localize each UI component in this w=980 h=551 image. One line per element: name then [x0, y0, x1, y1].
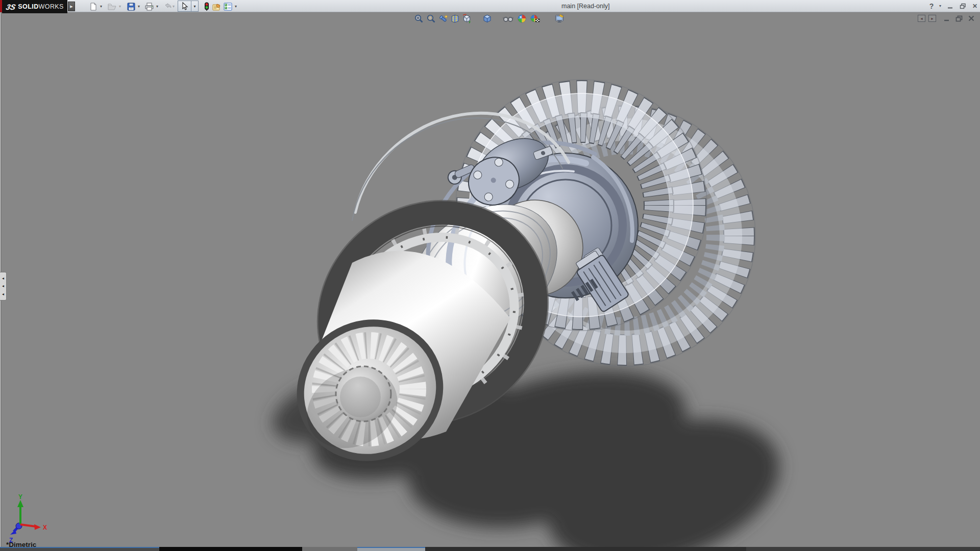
edit-appearance-button[interactable] [517, 13, 527, 24]
doc-minimize-button[interactable] [942, 14, 951, 22]
traffic-light-button[interactable] [201, 1, 212, 12]
undo-caret[interactable]: ▾ [170, 1, 177, 12]
feature-panel-splitter-tab[interactable]: ◂ ◂ ◂ [0, 272, 7, 300]
hide-show-items-button[interactable] [503, 13, 513, 24]
open-document-caret[interactable]: ▾ [117, 1, 123, 12]
view-settings-icon [555, 14, 565, 23]
x-axis [20, 524, 36, 527]
checklist-options-icon [224, 3, 232, 11]
new-document-caret[interactable]: ▾ [98, 1, 104, 12]
graphics-area[interactable] [0, 12, 980, 547]
minimize-icon [947, 3, 953, 9]
minimize-button[interactable] [945, 2, 955, 11]
windows-taskbar[interactable] [0, 547, 980, 551]
view-orientation-icon [462, 14, 472, 23]
help-caret[interactable]: ▾ [937, 1, 943, 11]
taskbar-segment[interactable] [302, 547, 357, 551]
apply-scene-icon [530, 14, 540, 23]
note-hand-button[interactable] [211, 1, 222, 12]
close-button[interactable]: ✕ [970, 2, 980, 11]
logo-text: SOLIDWORKS [18, 3, 63, 10]
checklist-options-button[interactable] [223, 1, 233, 12]
doc-minimize-icon [944, 15, 950, 21]
new-document-button[interactable] [88, 1, 99, 12]
display-style-icon [482, 14, 492, 23]
previous-view-button[interactable] [438, 13, 449, 24]
save-caret[interactable]: ▾ [136, 1, 142, 12]
zoom-to-fit-button[interactable] [413, 13, 424, 24]
select-tool-button[interactable] [178, 1, 191, 12]
apply-scene-button[interactable] [529, 13, 540, 24]
headsup-view-toolbar [413, 13, 565, 24]
pane-right-button[interactable]: ► [928, 15, 936, 22]
taskbar-segment[interactable] [425, 547, 746, 551]
select-tool-caret[interactable]: ▾ [191, 1, 199, 12]
help-button[interactable]: ? [927, 1, 936, 11]
y-axis-label: Y [18, 494, 22, 500]
taskbar-segment[interactable] [746, 547, 980, 551]
taskbar-segment[interactable] [0, 547, 159, 551]
print-caret[interactable]: ▾ [154, 1, 160, 12]
display-style-button[interactable] [482, 13, 493, 24]
hide-show-items-icon [503, 14, 513, 23]
select-cursor-icon [181, 2, 188, 10]
doc-restore-button[interactable] [954, 14, 964, 22]
previous-view-icon [439, 14, 449, 23]
print-button[interactable] [144, 1, 155, 12]
edit-appearance-icon [517, 14, 527, 23]
orientation-triad: Y X Z [5, 494, 51, 545]
window-title: main [Read-only] [561, 0, 610, 12]
pane-left-button[interactable]: ◄ [918, 15, 925, 22]
checklist-options-caret[interactable]: ▾ [233, 1, 239, 12]
traffic-light-icon [204, 2, 210, 11]
save-button[interactable] [126, 1, 136, 12]
save-icon [127, 3, 135, 11]
taskbar-segment[interactable] [357, 547, 425, 551]
zoom-to-area-button[interactable] [426, 13, 436, 24]
taskbar-segment[interactable] [159, 547, 302, 551]
note-hand-icon [212, 3, 222, 11]
view-orientation-button[interactable] [461, 13, 472, 24]
section-view-button[interactable] [450, 13, 460, 24]
doc-close-button[interactable] [967, 14, 976, 22]
view-settings-button[interactable] [554, 13, 565, 24]
print-icon [145, 3, 154, 11]
menu-expander-button[interactable]: ▶ [68, 2, 75, 11]
title-bar: 3S SOLIDWORKS ▶ ▾ ▾ ▾ ▾ [0, 0, 980, 12]
open-document-icon [108, 3, 116, 11]
document-window-controls: ◄ ► [918, 14, 976, 22]
solidworks-logo: 3S SOLIDWORKS [2, 0, 67, 13]
logo-mark: 3S [5, 3, 17, 11]
x-axis-label: X [43, 524, 47, 531]
doc-close-icon [968, 15, 974, 21]
restore-icon [960, 3, 966, 9]
restore-button[interactable] [958, 2, 968, 11]
new-document-icon [89, 3, 97, 11]
checker-flag [535, 19, 540, 22]
open-document-button[interactable] [107, 1, 117, 12]
zoom-to-fit-icon [414, 14, 424, 23]
zoom-to-area-icon [426, 14, 436, 23]
doc-restore-icon [955, 15, 963, 22]
section-view-icon [450, 14, 460, 23]
